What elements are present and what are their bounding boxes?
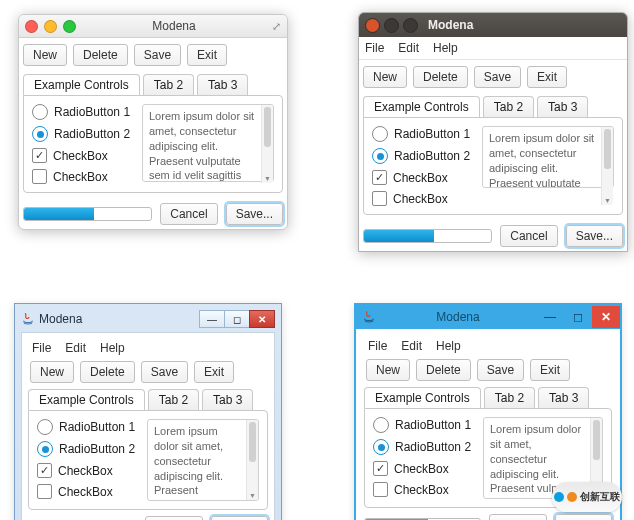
save-dialog-button[interactable]: Save... [555, 514, 612, 520]
tab-3[interactable]: Tab 3 [537, 96, 588, 117]
exit-button[interactable]: Exit [527, 66, 567, 88]
tab-example-controls[interactable]: Example Controls [364, 387, 481, 408]
tab-example-controls[interactable]: Example Controls [23, 74, 140, 95]
menu-help[interactable]: Help [436, 339, 461, 353]
minimize-icon[interactable] [384, 18, 399, 33]
delete-button[interactable]: Delete [80, 361, 135, 383]
tab-2[interactable]: Tab 2 [148, 389, 199, 410]
checkbox-2[interactable]: CheckBox [373, 482, 473, 497]
java-icon [362, 310, 376, 324]
new-button[interactable]: New [30, 361, 74, 383]
checkbox-icon-checked [373, 461, 388, 476]
maximize-icon[interactable]: ◻ [564, 306, 592, 328]
cancel-button[interactable]: Cancel [500, 225, 557, 247]
new-button[interactable]: New [366, 359, 410, 381]
tab-2[interactable]: Tab 2 [143, 74, 194, 95]
menu-edit[interactable]: Edit [401, 339, 422, 353]
close-icon[interactable]: ✕ [249, 310, 275, 328]
cancel-button[interactable]: Cancel [489, 514, 546, 520]
checkbox-1[interactable]: CheckBox [373, 461, 473, 476]
checkbox-1[interactable]: CheckBox [32, 148, 132, 163]
tab-example-controls[interactable]: Example Controls [28, 389, 145, 410]
maximize-icon[interactable]: ◻ [224, 310, 250, 328]
new-button[interactable]: New [363, 66, 407, 88]
radio-1-label: RadioButton 1 [54, 105, 130, 119]
checkbox-2[interactable]: CheckBox [37, 484, 137, 499]
scrollbar[interactable]: ▲ ▼ [246, 420, 258, 500]
minimize-icon[interactable]: — [199, 310, 225, 328]
scroll-down-icon[interactable]: ▼ [602, 195, 613, 205]
close-icon[interactable]: ✕ [592, 306, 620, 328]
radio-2[interactable]: RadioButton 2 [373, 439, 473, 455]
tab-3[interactable]: Tab 3 [202, 389, 253, 410]
tab-3[interactable]: Tab 3 [538, 387, 589, 408]
menu-file[interactable]: File [32, 341, 51, 355]
save-dialog-button[interactable]: Save... [566, 225, 623, 247]
scrollbar[interactable]: ▲ ▼ [601, 127, 613, 205]
resize-icon[interactable]: ⤡ [270, 22, 283, 31]
checkbox-1[interactable]: CheckBox [37, 463, 137, 478]
scroll-thumb[interactable] [264, 107, 271, 147]
titlebar[interactable]: Modena [359, 13, 627, 37]
minimize-icon[interactable]: — [536, 306, 564, 328]
radio-2[interactable]: RadioButton 2 [37, 441, 137, 457]
maximize-icon[interactable] [403, 18, 418, 33]
titlebar[interactable]: Modena — ◻ ✕ [21, 310, 275, 328]
menu-file[interactable]: File [365, 41, 384, 55]
menu-file[interactable]: File [368, 339, 387, 353]
exit-button[interactable]: Exit [194, 361, 234, 383]
window-title: Modena [428, 18, 473, 32]
delete-button[interactable]: Delete [73, 44, 128, 66]
scroll-thumb[interactable] [604, 129, 611, 169]
menu-help[interactable]: Help [100, 341, 125, 355]
menu-help[interactable]: Help [433, 41, 458, 55]
radio-1[interactable]: RadioButton 1 [373, 417, 473, 433]
cancel-button[interactable]: Cancel [145, 516, 202, 520]
cancel-button[interactable]: Cancel [160, 203, 217, 225]
save-dialog-button[interactable]: Save... [211, 516, 268, 520]
delete-button[interactable]: Delete [413, 66, 468, 88]
save-button[interactable]: Save [474, 66, 521, 88]
scroll-down-icon[interactable]: ▼ [262, 173, 273, 183]
titlebar[interactable]: Modena — ◻ ✕ [356, 305, 620, 329]
save-button[interactable]: Save [141, 361, 188, 383]
delete-button[interactable]: Delete [416, 359, 471, 381]
titlebar[interactable]: Modena ⤡ [19, 15, 287, 38]
menu-edit[interactable]: Edit [65, 341, 86, 355]
checkbox-icon [373, 482, 388, 497]
checkbox-2[interactable]: CheckBox [372, 191, 472, 206]
tab-3[interactable]: Tab 3 [197, 74, 248, 95]
textarea[interactable]: Lorem ipsum dolor sit amet, consectetur … [142, 104, 274, 182]
checkbox-2[interactable]: CheckBox [32, 169, 132, 184]
menu-edit[interactable]: Edit [398, 41, 419, 55]
radio-1[interactable]: RadioButton 1 [37, 419, 137, 435]
exit-button[interactable]: Exit [530, 359, 570, 381]
tab-2[interactable]: Tab 2 [484, 387, 535, 408]
radio-1[interactable]: RadioButton 1 [372, 126, 472, 142]
radio-icon-selected [37, 441, 53, 457]
radio-icon [373, 417, 389, 433]
close-icon[interactable] [365, 18, 380, 33]
radio-2[interactable]: RadioButton 2 [372, 148, 472, 164]
scrollbar[interactable]: ▲ ▼ [261, 105, 273, 183]
tab-example-controls[interactable]: Example Controls [363, 96, 480, 117]
close-icon[interactable] [25, 20, 38, 33]
checkbox-1[interactable]: CheckBox [372, 170, 472, 185]
radio-1[interactable]: RadioButton 1 [32, 104, 132, 120]
save-button[interactable]: Save [134, 44, 181, 66]
radio-2[interactable]: RadioButton 2 [32, 126, 132, 142]
zoom-icon[interactable] [63, 20, 76, 33]
textarea[interactable]: Lorem ipsum dolor sit amet, consectetur … [147, 419, 259, 501]
minimize-icon[interactable] [44, 20, 57, 33]
scroll-down-icon[interactable]: ▼ [247, 490, 258, 500]
window-title: Modena [39, 312, 200, 326]
new-button[interactable]: New [23, 44, 67, 66]
scroll-thumb[interactable] [593, 420, 600, 460]
exit-button[interactable]: Exit [187, 44, 227, 66]
save-dialog-button[interactable]: Save... [226, 203, 283, 225]
scroll-thumb[interactable] [249, 422, 256, 462]
textarea[interactable]: Lorem ipsum dolor sit amet, consectetur … [482, 126, 614, 188]
progress-bar [363, 229, 492, 243]
save-button[interactable]: Save [477, 359, 524, 381]
tab-2[interactable]: Tab 2 [483, 96, 534, 117]
